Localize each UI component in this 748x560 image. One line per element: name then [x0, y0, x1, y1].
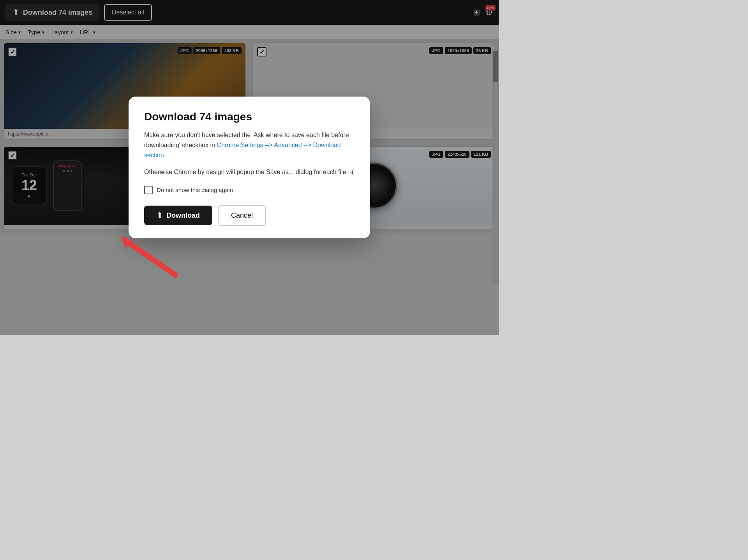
svg-line-1	[125, 240, 175, 275]
modal-overlay: Download 74 images Make sure you don't h…	[0, 0, 499, 335]
modal-description-2: Otherwise Chrome by design will popup th…	[144, 167, 355, 177]
svg-marker-2	[121, 236, 132, 248]
modal-cancel-label: Cancel	[231, 211, 253, 219]
modal-description-text-2: Otherwise Chrome by design will popup th…	[144, 169, 354, 175]
red-arrow-indicator	[117, 232, 179, 280]
modal-title: Download 74 images	[144, 111, 355, 123]
modal-download-icon: ⬆	[157, 211, 162, 220]
do-not-show-label: Do not show this dialog again	[157, 187, 233, 193]
modal-download-button[interactable]: ⬆ Download	[144, 206, 212, 225]
download-modal: Download 74 images Make sure you don't h…	[129, 97, 370, 238]
modal-cancel-button[interactable]: Cancel	[218, 205, 266, 226]
modal-buttons: ⬆ Download Cancel	[144, 205, 355, 226]
modal-description-1: Make sure you don't have selected the 'A…	[144, 130, 355, 160]
do-not-show-checkbox[interactable]	[144, 186, 153, 194]
modal-download-label: Download	[166, 211, 200, 220]
modal-checkbox-row: Do not show this dialog again	[144, 186, 355, 194]
